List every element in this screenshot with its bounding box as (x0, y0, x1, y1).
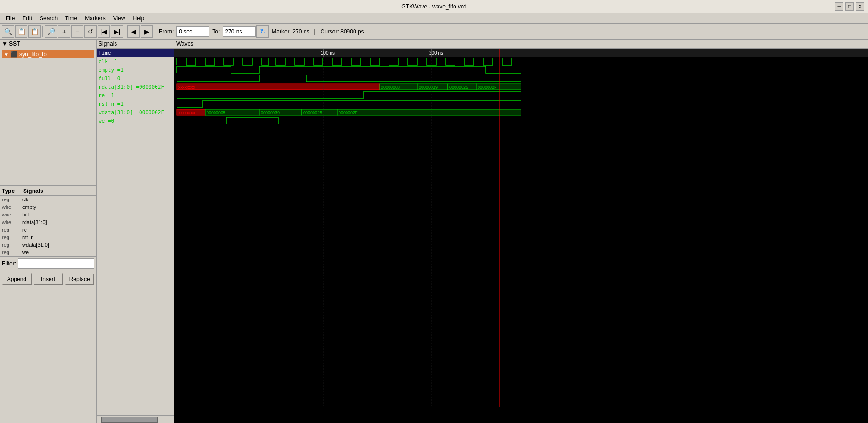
signals-header: Type Signals (0, 186, 96, 196)
tree-item-syn-fifo-tb[interactable]: ▼ ⬛ syn_fifo_tb (2, 50, 94, 58)
sst-tree: ▼ ⬛ syn_fifo_tb (0, 48, 96, 60)
filter-label: Filter: (2, 260, 16, 267)
signal-type: reg (2, 197, 18, 202)
svg-text:00000039: 00000039 (419, 85, 438, 90)
signal-type: reg (2, 234, 18, 240)
signal-list-item[interactable]: wireempty (0, 203, 96, 211)
main-area: ▼ SST ▼ ⬛ syn_fifo_tb Type Signals regcl… (0, 40, 868, 423)
signal-list-item[interactable]: regclk (0, 196, 96, 203)
timeline-100ns: 100 ns (321, 50, 335, 56)
waves-panel: Waves 100 ns 200 ns (174, 40, 868, 423)
next-button[interactable]: ▶ (141, 25, 153, 38)
svg-text:0000002F: 0000002F (478, 85, 497, 90)
signal-type: wire (2, 212, 18, 217)
wdata-wave: xxxxxxxx 00000008 00000039 00000025 0000… (177, 109, 521, 115)
signal-panel-row[interactable]: Time (97, 49, 174, 57)
signal-list-item[interactable]: regre (0, 226, 96, 233)
middle-panel: Signals Time clk =1 empty =1 full =0 rda… (97, 40, 174, 423)
menu-edit[interactable]: Edit (18, 14, 36, 23)
cursor-info: Cursor: 80900 ps (321, 28, 364, 35)
signal-name: re (22, 227, 27, 232)
filter-row: Filter: (0, 256, 96, 271)
waves-header: Waves (174, 40, 868, 49)
menu-help[interactable]: Help (129, 14, 148, 23)
menu-time[interactable]: Time (61, 14, 81, 23)
full-wave (177, 75, 521, 82)
col-type-header: Type (2, 188, 23, 194)
zoom-in-button[interactable]: + (58, 25, 70, 38)
insert-button[interactable]: Insert (33, 273, 63, 285)
from-label: From: (159, 28, 174, 35)
signal-panel-row[interactable]: clk =1 (97, 57, 174, 66)
window-controls: ─ □ ✕ (835, 2, 864, 11)
re-wave (177, 92, 521, 99)
signal-panel-row[interactable]: re =1 (97, 91, 174, 100)
signal-panel-row[interactable]: empty =1 (97, 66, 174, 74)
signal-name: rdata[31:0] (22, 219, 47, 225)
signal-panel-row[interactable]: rst_n =1 (97, 100, 174, 108)
zoom-full-button[interactable]: 🔎 (45, 25, 57, 38)
bottom-buttons: Append Insert Replace (0, 271, 96, 287)
signal-list-item[interactable]: wirefull (0, 211, 96, 218)
horizontal-scrollbar[interactable] (97, 415, 174, 423)
svg-text:xxxxxxxx: xxxxxxxx (178, 85, 196, 90)
menu-search[interactable]: Search (36, 14, 61, 23)
append-button[interactable]: Append (2, 273, 32, 285)
signal-name: full (22, 212, 29, 217)
replace-button[interactable]: Replace (65, 273, 94, 285)
svg-text:00000008: 00000008 (381, 85, 400, 90)
svg-rect-21 (337, 109, 521, 115)
menu-file[interactable]: File (2, 14, 18, 23)
signal-name: clk (22, 197, 28, 202)
signal-panel-row[interactable]: wdata[31:0] =0000002F (97, 108, 174, 116)
sst-section: ▼ SST ▼ ⬛ syn_fifo_tb (0, 40, 96, 186)
signal-type: reg (2, 249, 18, 255)
end-button[interactable]: ▶| (111, 25, 123, 38)
signals-section: Type Signals regclkwireemptywirefullwire… (0, 186, 96, 423)
maximize-button[interactable]: □ (845, 2, 854, 11)
copy-button[interactable]: 📋 (15, 25, 27, 38)
titlebar: GTKWave - wave_fifo.vcd ─ □ ✕ (0, 0, 868, 13)
marker-info: Marker: 270 ns (272, 28, 309, 35)
svg-text:xxxxxxxx: xxxxxxxx (178, 110, 196, 115)
svg-text:00000008: 00000008 (207, 110, 225, 115)
signal-list-item[interactable]: regwdata[31:0] (0, 241, 96, 249)
prev-button[interactable]: ◀ (127, 25, 140, 38)
toolbar-sep2 (125, 26, 125, 37)
left-panel: ▼ SST ▼ ⬛ syn_fifo_tb Type Signals regcl… (0, 40, 97, 423)
rstn-wave (177, 100, 521, 107)
signals-list: regclkwireemptywirefullwirerdata[31:0]re… (0, 196, 96, 256)
col-signal-header: Signals (23, 188, 43, 194)
from-input[interactable] (176, 26, 209, 37)
toolbar-sep3 (155, 26, 155, 37)
svg-text:00000039: 00000039 (261, 110, 280, 115)
cursor-separator: | (314, 28, 315, 35)
signal-panel-row[interactable]: rdata[31:0] =0000002F (97, 83, 174, 91)
signal-panel-row[interactable]: we =0 (97, 116, 174, 125)
waveform-svg: 100 ns 200 ns (174, 49, 868, 423)
toolbar-sep1 (42, 26, 43, 37)
signal-rows: Time clk =1 empty =1 full =0 rdata[31:0]… (97, 49, 174, 415)
signal-list-item[interactable]: wirerdata[31:0] (0, 218, 96, 226)
undo-button[interactable]: ↺ (84, 25, 97, 38)
menu-markers[interactable]: Markers (81, 14, 109, 23)
menubar: File Edit Search Time Markers View Help (0, 13, 868, 24)
signal-panel-row[interactable]: full =0 (97, 74, 174, 83)
begin-button[interactable]: |◀ (98, 25, 110, 38)
signal-list-item[interactable]: regwe (0, 249, 96, 256)
signal-type: wire (2, 204, 18, 210)
signal-name: empty (22, 204, 36, 210)
menu-view[interactable]: View (109, 14, 129, 23)
zoom-fit-button[interactable]: 🔍 (2, 25, 14, 38)
refresh-button[interactable]: ↻ (256, 25, 269, 38)
paste-button[interactable]: 📋 (28, 25, 41, 38)
waves-canvas[interactable]: 100 ns 200 ns (174, 49, 868, 423)
svg-text:00000025: 00000025 (449, 85, 468, 90)
filter-input[interactable] (18, 258, 94, 269)
minimize-button[interactable]: ─ (835, 2, 843, 11)
to-input[interactable] (223, 26, 256, 37)
we-wave (177, 117, 521, 124)
zoom-out-button[interactable]: − (71, 25, 83, 38)
signal-list-item[interactable]: regrst_n (0, 233, 96, 241)
close-button[interactable]: ✕ (856, 2, 864, 11)
